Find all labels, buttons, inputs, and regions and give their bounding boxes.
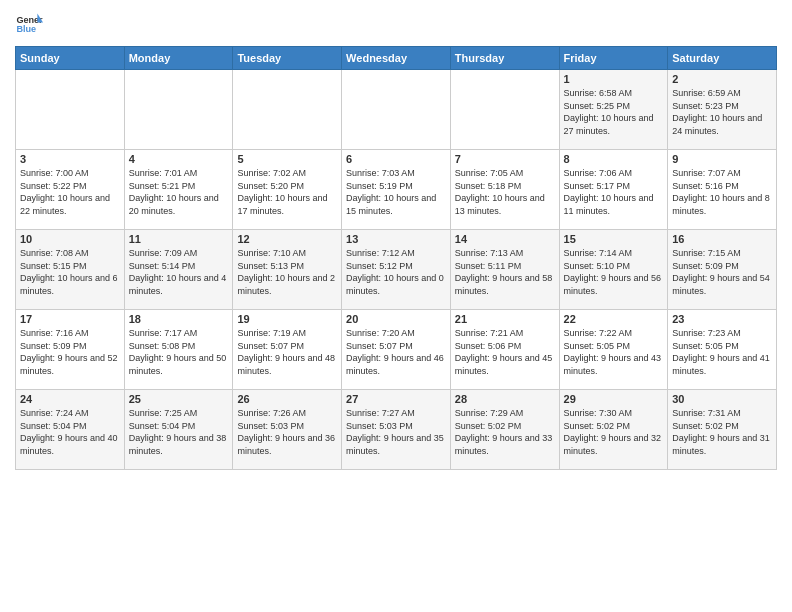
day-info: Sunrise: 7:00 AM Sunset: 5:22 PM Dayligh…	[20, 167, 120, 217]
week-row-5: 24Sunrise: 7:24 AM Sunset: 5:04 PM Dayli…	[16, 390, 777, 470]
day-number: 27	[346, 393, 446, 405]
day-cell: 4Sunrise: 7:01 AM Sunset: 5:21 PM Daylig…	[124, 150, 233, 230]
day-cell: 18Sunrise: 7:17 AM Sunset: 5:08 PM Dayli…	[124, 310, 233, 390]
day-cell: 30Sunrise: 7:31 AM Sunset: 5:02 PM Dayli…	[668, 390, 777, 470]
day-info: Sunrise: 7:21 AM Sunset: 5:06 PM Dayligh…	[455, 327, 555, 377]
day-cell: 29Sunrise: 7:30 AM Sunset: 5:02 PM Dayli…	[559, 390, 668, 470]
day-number: 2	[672, 73, 772, 85]
day-info: Sunrise: 7:31 AM Sunset: 5:02 PM Dayligh…	[672, 407, 772, 457]
day-info: Sunrise: 7:12 AM Sunset: 5:12 PM Dayligh…	[346, 247, 446, 297]
weekday-tuesday: Tuesday	[233, 47, 342, 70]
day-cell	[124, 70, 233, 150]
day-number: 11	[129, 233, 229, 245]
day-number: 4	[129, 153, 229, 165]
day-number: 28	[455, 393, 555, 405]
week-row-3: 10Sunrise: 7:08 AM Sunset: 5:15 PM Dayli…	[16, 230, 777, 310]
day-number: 10	[20, 233, 120, 245]
day-cell: 22Sunrise: 7:22 AM Sunset: 5:05 PM Dayli…	[559, 310, 668, 390]
day-number: 21	[455, 313, 555, 325]
header: General Blue	[15, 10, 777, 38]
logo-icon: General Blue	[15, 10, 43, 38]
weekday-wednesday: Wednesday	[342, 47, 451, 70]
day-info: Sunrise: 7:22 AM Sunset: 5:05 PM Dayligh…	[564, 327, 664, 377]
weekday-saturday: Saturday	[668, 47, 777, 70]
day-cell: 7Sunrise: 7:05 AM Sunset: 5:18 PM Daylig…	[450, 150, 559, 230]
day-number: 18	[129, 313, 229, 325]
week-row-2: 3Sunrise: 7:00 AM Sunset: 5:22 PM Daylig…	[16, 150, 777, 230]
day-number: 24	[20, 393, 120, 405]
day-cell	[233, 70, 342, 150]
weekday-header-row: SundayMondayTuesdayWednesdayThursdayFrid…	[16, 47, 777, 70]
day-number: 16	[672, 233, 772, 245]
day-cell: 10Sunrise: 7:08 AM Sunset: 5:15 PM Dayli…	[16, 230, 125, 310]
day-number: 1	[564, 73, 664, 85]
day-cell: 27Sunrise: 7:27 AM Sunset: 5:03 PM Dayli…	[342, 390, 451, 470]
day-info: Sunrise: 7:13 AM Sunset: 5:11 PM Dayligh…	[455, 247, 555, 297]
day-info: Sunrise: 7:01 AM Sunset: 5:21 PM Dayligh…	[129, 167, 229, 217]
day-info: Sunrise: 7:26 AM Sunset: 5:03 PM Dayligh…	[237, 407, 337, 457]
day-number: 20	[346, 313, 446, 325]
day-number: 5	[237, 153, 337, 165]
day-info: Sunrise: 7:14 AM Sunset: 5:10 PM Dayligh…	[564, 247, 664, 297]
day-cell: 25Sunrise: 7:25 AM Sunset: 5:04 PM Dayli…	[124, 390, 233, 470]
day-cell: 15Sunrise: 7:14 AM Sunset: 5:10 PM Dayli…	[559, 230, 668, 310]
day-cell: 8Sunrise: 7:06 AM Sunset: 5:17 PM Daylig…	[559, 150, 668, 230]
day-cell: 26Sunrise: 7:26 AM Sunset: 5:03 PM Dayli…	[233, 390, 342, 470]
weekday-sunday: Sunday	[16, 47, 125, 70]
week-row-4: 17Sunrise: 7:16 AM Sunset: 5:09 PM Dayli…	[16, 310, 777, 390]
day-cell: 3Sunrise: 7:00 AM Sunset: 5:22 PM Daylig…	[16, 150, 125, 230]
day-info: Sunrise: 7:05 AM Sunset: 5:18 PM Dayligh…	[455, 167, 555, 217]
day-info: Sunrise: 7:08 AM Sunset: 5:15 PM Dayligh…	[20, 247, 120, 297]
day-cell: 5Sunrise: 7:02 AM Sunset: 5:20 PM Daylig…	[233, 150, 342, 230]
day-number: 14	[455, 233, 555, 245]
day-info: Sunrise: 7:03 AM Sunset: 5:19 PM Dayligh…	[346, 167, 446, 217]
day-number: 22	[564, 313, 664, 325]
day-number: 17	[20, 313, 120, 325]
day-number: 3	[20, 153, 120, 165]
day-cell: 28Sunrise: 7:29 AM Sunset: 5:02 PM Dayli…	[450, 390, 559, 470]
weekday-monday: Monday	[124, 47, 233, 70]
day-info: Sunrise: 7:23 AM Sunset: 5:05 PM Dayligh…	[672, 327, 772, 377]
calendar-table: SundayMondayTuesdayWednesdayThursdayFrid…	[15, 46, 777, 470]
day-number: 19	[237, 313, 337, 325]
day-info: Sunrise: 7:15 AM Sunset: 5:09 PM Dayligh…	[672, 247, 772, 297]
day-cell: 20Sunrise: 7:20 AM Sunset: 5:07 PM Dayli…	[342, 310, 451, 390]
day-info: Sunrise: 6:59 AM Sunset: 5:23 PM Dayligh…	[672, 87, 772, 137]
day-info: Sunrise: 7:29 AM Sunset: 5:02 PM Dayligh…	[455, 407, 555, 457]
day-number: 8	[564, 153, 664, 165]
day-number: 26	[237, 393, 337, 405]
day-info: Sunrise: 7:17 AM Sunset: 5:08 PM Dayligh…	[129, 327, 229, 377]
day-info: Sunrise: 7:19 AM Sunset: 5:07 PM Dayligh…	[237, 327, 337, 377]
day-cell: 24Sunrise: 7:24 AM Sunset: 5:04 PM Dayli…	[16, 390, 125, 470]
day-info: Sunrise: 7:20 AM Sunset: 5:07 PM Dayligh…	[346, 327, 446, 377]
day-cell: 6Sunrise: 7:03 AM Sunset: 5:19 PM Daylig…	[342, 150, 451, 230]
day-cell: 2Sunrise: 6:59 AM Sunset: 5:23 PM Daylig…	[668, 70, 777, 150]
day-info: Sunrise: 7:10 AM Sunset: 5:13 PM Dayligh…	[237, 247, 337, 297]
day-info: Sunrise: 7:09 AM Sunset: 5:14 PM Dayligh…	[129, 247, 229, 297]
day-cell: 21Sunrise: 7:21 AM Sunset: 5:06 PM Dayli…	[450, 310, 559, 390]
day-cell: 14Sunrise: 7:13 AM Sunset: 5:11 PM Dayli…	[450, 230, 559, 310]
weekday-thursday: Thursday	[450, 47, 559, 70]
calendar-body: 1Sunrise: 6:58 AM Sunset: 5:25 PM Daylig…	[16, 70, 777, 470]
day-number: 25	[129, 393, 229, 405]
day-number: 29	[564, 393, 664, 405]
day-cell: 1Sunrise: 6:58 AM Sunset: 5:25 PM Daylig…	[559, 70, 668, 150]
day-info: Sunrise: 6:58 AM Sunset: 5:25 PM Dayligh…	[564, 87, 664, 137]
day-number: 23	[672, 313, 772, 325]
day-info: Sunrise: 7:25 AM Sunset: 5:04 PM Dayligh…	[129, 407, 229, 457]
day-cell: 23Sunrise: 7:23 AM Sunset: 5:05 PM Dayli…	[668, 310, 777, 390]
day-cell	[342, 70, 451, 150]
day-number: 7	[455, 153, 555, 165]
day-number: 13	[346, 233, 446, 245]
day-cell: 19Sunrise: 7:19 AM Sunset: 5:07 PM Dayli…	[233, 310, 342, 390]
day-number: 12	[237, 233, 337, 245]
day-info: Sunrise: 7:07 AM Sunset: 5:16 PM Dayligh…	[672, 167, 772, 217]
day-cell	[16, 70, 125, 150]
day-cell: 11Sunrise: 7:09 AM Sunset: 5:14 PM Dayli…	[124, 230, 233, 310]
day-number: 9	[672, 153, 772, 165]
day-number: 30	[672, 393, 772, 405]
day-info: Sunrise: 7:16 AM Sunset: 5:09 PM Dayligh…	[20, 327, 120, 377]
day-info: Sunrise: 7:30 AM Sunset: 5:02 PM Dayligh…	[564, 407, 664, 457]
day-number: 15	[564, 233, 664, 245]
day-number: 6	[346, 153, 446, 165]
